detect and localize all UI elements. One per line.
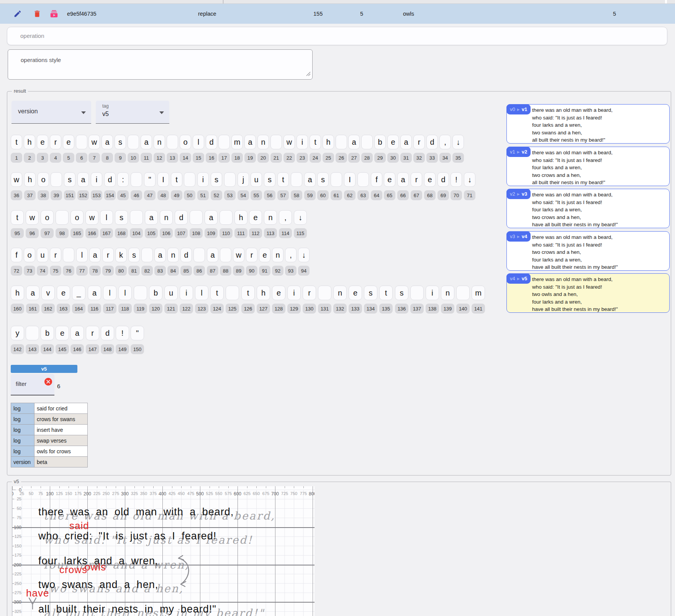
char-cell: n bbox=[154, 135, 165, 149]
delete-icon[interactable] bbox=[33, 10, 41, 18]
diff-panel[interactable]: v0▶v1there was an old man with a beard,w… bbox=[506, 104, 670, 144]
index-cell: 129 bbox=[287, 304, 301, 314]
index-cell: 151 bbox=[64, 190, 75, 200]
index-cell: 68 bbox=[424, 190, 436, 200]
index-cell: 47 bbox=[144, 190, 156, 200]
char-cell: , bbox=[439, 135, 451, 149]
operation-input[interactable]: operation bbox=[7, 27, 667, 45]
operations-style-textarea[interactable]: operations style bbox=[8, 49, 313, 80]
version-select[interactable]: version bbox=[11, 101, 91, 124]
index-cell: 105 bbox=[145, 228, 158, 238]
char-cell: b bbox=[41, 326, 54, 340]
grid-line-vertical bbox=[275, 490, 275, 616]
h-ruler-tick bbox=[31, 486, 31, 488]
char-cell bbox=[51, 172, 62, 187]
index-cell: 48 bbox=[157, 190, 169, 200]
chevron-down-icon bbox=[81, 111, 86, 114]
v-ruler-label: 150 bbox=[13, 544, 21, 548]
index-cell: 142 bbox=[11, 344, 24, 354]
chevron-down-icon bbox=[159, 111, 164, 114]
h-ruler-label: 350 bbox=[140, 491, 147, 496]
record-row[interactable]: e9e5f46735 replace 155 5 owls 5 bbox=[0, 4, 675, 24]
diff-text: there was an old man with a beard,who sa… bbox=[532, 234, 618, 271]
index-cell: 49 bbox=[171, 190, 182, 200]
char-cell: h bbox=[24, 172, 36, 187]
diff-from-version: v0 bbox=[510, 106, 515, 112]
filter-input[interactable]: filter bbox=[11, 374, 54, 395]
char-cell: I bbox=[157, 172, 169, 187]
index-cell: 132 bbox=[333, 304, 347, 314]
v-ruler-label: 275 bbox=[13, 590, 21, 595]
record-tag-count: 5 bbox=[613, 4, 616, 24]
log-table-row: logowls for crows bbox=[11, 446, 88, 457]
tag-select[interactable]: tag v5 bbox=[96, 101, 169, 124]
h-ruler-tick bbox=[238, 486, 238, 490]
index-cell: 122 bbox=[180, 304, 193, 314]
h-ruler-label: 175 bbox=[75, 491, 82, 496]
index-cell: 54 bbox=[238, 190, 249, 200]
index-cell: 163 bbox=[57, 304, 70, 314]
diff-text-line: have all built their nests in my beard!" bbox=[532, 306, 618, 313]
char-cell: d bbox=[104, 172, 116, 187]
diff-panel[interactable]: v3▶v4there was an old man with a beard,w… bbox=[506, 231, 670, 271]
index-cell: 167 bbox=[100, 228, 113, 238]
version-bar[interactable]: v5 bbox=[11, 365, 77, 373]
cancel-circle-icon[interactable] bbox=[44, 377, 53, 386]
char-cell: r bbox=[303, 286, 316, 300]
replay-icon[interactable] bbox=[50, 10, 58, 18]
h-ruler-tick bbox=[172, 486, 172, 488]
h-ruler-tick bbox=[266, 486, 266, 488]
h-ruler-label: 75 bbox=[38, 491, 43, 496]
h-ruler-tick bbox=[191, 486, 191, 488]
index-cell: 90 bbox=[246, 266, 257, 276]
index-cell: 106 bbox=[160, 228, 173, 238]
char-cell: " bbox=[131, 326, 144, 340]
index-cell: 136 bbox=[395, 304, 408, 314]
log-table-row: logsaid for cried bbox=[11, 403, 88, 414]
edit-icon[interactable] bbox=[13, 10, 22, 18]
operations-style-placeholder: operations style bbox=[21, 57, 61, 63]
index-cell: 15 bbox=[193, 153, 204, 163]
v5-drawing-canvas[interactable]: 0255075100125150175200225250275300325350… bbox=[12, 486, 315, 616]
char-cell: e bbox=[63, 135, 74, 149]
index-cell: 95 bbox=[11, 228, 24, 238]
diff-text-line: four larks and a wren, bbox=[532, 256, 618, 264]
h-ruler-label: 650 bbox=[253, 491, 260, 496]
char-cell bbox=[131, 172, 142, 187]
char-cell: l bbox=[103, 286, 116, 300]
h-ruler-label: 775 bbox=[300, 491, 307, 496]
char-cell: a bbox=[348, 135, 360, 149]
char-cell bbox=[141, 248, 153, 262]
diff-panel[interactable]: v2▶v3there was an old man with a beard,w… bbox=[506, 189, 670, 228]
index-cell: 134 bbox=[364, 304, 377, 314]
char-cell: s bbox=[128, 248, 140, 262]
char-cell: ! bbox=[451, 172, 462, 187]
h-ruler-label: 675 bbox=[262, 491, 269, 496]
insert-caret-icon bbox=[28, 596, 39, 610]
diff-panel[interactable]: v4▶v5there was an old man with a beard,w… bbox=[506, 273, 670, 313]
char-cell bbox=[224, 172, 236, 187]
v-ruler-label: 175 bbox=[13, 553, 21, 557]
char-cell: o bbox=[41, 210, 54, 225]
char-cell: r bbox=[86, 326, 99, 340]
h-ruler-label: 50 bbox=[29, 491, 33, 496]
diff-text-line: have all built their nests in my beard!" bbox=[532, 221, 618, 229]
index-cell: 10 bbox=[128, 153, 139, 163]
char-cell bbox=[167, 135, 178, 149]
app-screen: e9e5f46735 replace 155 5 owls 5 operatio… bbox=[0, 0, 675, 616]
diff-panel[interactable]: v1▶v2there was an old man with a beard,w… bbox=[506, 147, 670, 186]
index-cell: 28 bbox=[361, 153, 373, 163]
char-cell: l bbox=[100, 210, 113, 225]
poem-text-line: who cried: "It is just as I feared! bbox=[38, 530, 216, 542]
h-ruler-label: 250 bbox=[103, 491, 110, 496]
v-ruler-label: 225 bbox=[13, 572, 21, 576]
diff-text-line: two swans and a hen, bbox=[532, 129, 613, 137]
char-cell: t bbox=[11, 135, 22, 149]
char-cell: o bbox=[70, 210, 84, 225]
char-cell: a bbox=[154, 248, 166, 262]
char-cell: e bbox=[37, 135, 48, 149]
resize-grip-icon[interactable] bbox=[306, 71, 311, 78]
char-cell: d bbox=[101, 326, 114, 340]
partial-row-above bbox=[0, 0, 675, 4]
char-cell: n bbox=[167, 248, 179, 262]
